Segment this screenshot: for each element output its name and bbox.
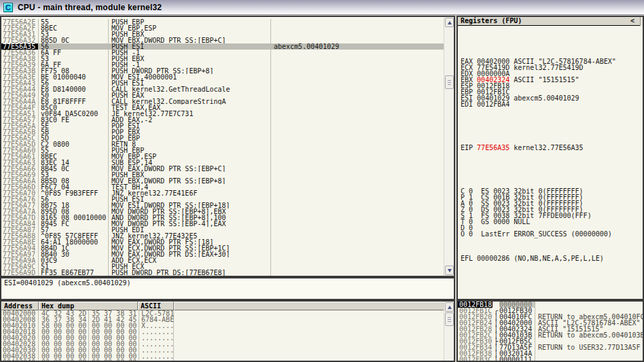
disasm-comment <box>270 117 444 123</box>
disasm-address: 77E56A5C <box>1 135 38 141</box>
disasm-address: 77E56A87 <box>1 227 38 233</box>
disasm-row[interactable]: 77E56A43 56 PUSH ESI <box>1 80 444 86</box>
disasm-row[interactable]: 77E56A57 83C0 FE ADD EAX,-2 <box>1 117 444 123</box>
disasm-row[interactable]: 77E56A2E 55 PUSH EBP <box>1 19 444 25</box>
disasm-row[interactable]: 77E56A87 57 PUSH EDI <box>1 227 444 233</box>
registers-collapse-button[interactable]: < <box>630 17 634 25</box>
stack-comment: RETURN to USER32.77D13A5F <box>535 344 643 350</box>
stack-comment: ASCII "L2C-57816784-ABEX" <box>535 320 643 326</box>
dump-row[interactable]: 00402040 00 00 00 00 00 00 00 00 .......… <box>1 359 444 362</box>
cpu-window-icon[interactable]: C <box>3 3 13 12</box>
registers-pane[interactable]: Registers (FPU) < EAX 00402000 ASCII "L2… <box>457 16 644 300</box>
stack-pane[interactable]: 0012FB18 00000000 0012FB1C ┌ 0012FB30 00… <box>457 300 644 362</box>
disasm-row[interactable]: 77E56A49 50 PUSH EAX <box>1 92 444 98</box>
disasm-row[interactable]: 77E56A7D 8165 08 00010000 AND DWORD PTR … <box>1 215 444 221</box>
disasm-bytes: 50 <box>38 92 108 98</box>
info-pane[interactable]: ESI=00401029 (abexcm5.00401029) <box>0 277 455 300</box>
eip-row[interactable]: EIP 77E56A35 kernel32.77E56A35 <box>461 145 643 151</box>
disasm-row[interactable]: 77E56A39 6A FF PUSH -1 <box>1 62 444 68</box>
hex-dump-pane[interactable]: Address Hex dump ASCII 00402000 4C 32 43… <box>0 300 455 362</box>
disasm-comment <box>270 202 444 209</box>
disasm-row[interactable]: 77E56A61 8BEC MOV EBP,ESP <box>1 153 444 160</box>
disasm-row[interactable]: 77E56A6A 8B5D 08 MOV EBX,DWORD PTR SS:[E… <box>1 178 444 184</box>
disasm-address: 77E56A7A <box>1 209 38 215</box>
disasm-address: 77E56A39 <box>1 62 38 68</box>
disasm-row[interactable]: 77E56A2F 8BEC MOV EBP,ESP <box>1 25 444 31</box>
disasm-row[interactable]: 77E56A31 53 PUSH EBX <box>1 31 444 37</box>
disasm-row[interactable]: 77E56A4F 85C0 TEST EAX,EAX <box>1 105 444 111</box>
stack-row[interactable]: 0012FB3C │ 00000111 <box>458 357 643 362</box>
disasm-row[interactable]: 77E56A8E 64:A1 18000000 MOV EAX,DWORD PT… <box>1 239 444 245</box>
disasm-row[interactable]: 77E56A5A 5E POP ESI <box>1 123 444 129</box>
flag-row[interactable]: O 0 LastErr ERROR_SUCCESS (00000000) <box>461 231 643 237</box>
disasm-row[interactable]: 77E56A9C 51 PUSH ECX <box>1 264 444 270</box>
flag-row[interactable]: T 0 GS 0000 NULL <box>461 219 643 225</box>
disassembly-scrollbar[interactable] <box>444 17 454 276</box>
disasm-row[interactable]: 77E56A69 53 PUSH EBX <box>1 172 444 178</box>
disasm-row[interactable]: 77E56A51 v0F84 DA5C0200 JE kernel32.77E7… <box>1 111 444 117</box>
disasm-row[interactable]: 77E56A35 56 PUSH ESI abexcm5.00401029 <box>1 43 444 50</box>
disasm-bytes: 8B45 0C <box>38 166 108 172</box>
scroll-thumb[interactable] <box>445 312 454 326</box>
disasm-row[interactable]: 77E56A5D C2 0800 RETN 8 <box>1 141 444 147</box>
disasm-row[interactable]: 77E56A36 6A FF PUSH -1 <box>1 50 444 56</box>
title-bar[interactable]: C CPU - main thread, module kernel32 <box>0 0 644 15</box>
gpr-list: EAX 00402000 ASCII "L2C-57816784-ABEX"EC… <box>461 39 643 107</box>
disasm-row[interactable]: 77E56A5C 5D POP EBP <box>1 135 444 141</box>
disasm-row[interactable]: 77E56A44 E8 D8140000 CALL kernel32.GetTh… <box>1 86 444 92</box>
disasm-instruction: MOV EAX,DWORD PTR DS:[EAX+30] <box>108 251 270 257</box>
disasm-bytes: 5E <box>38 123 108 129</box>
efl-row[interactable]: EFL 00000286 (NO,NB,NE,A,S,PE,L,LE) <box>461 255 643 261</box>
registers-header-label: Registers (FPU) <box>461 17 522 25</box>
disasm-row[interactable]: 77E56A3B FF75 08 PUSH DWORD PTR SS:[EBP+… <box>1 68 444 74</box>
disasm-row[interactable]: 77E56A60 55 PUSH EBP <box>1 147 444 153</box>
disasm-comment <box>270 56 444 62</box>
register-value: 77E56A35 <box>477 144 509 151</box>
disasm-row[interactable]: 77E56A84 8945 FC MOV DWORD PTR SS:[EBP-4… <box>1 221 444 227</box>
disasm-comment <box>270 147 444 153</box>
stack-comment <box>535 350 643 357</box>
disasm-row[interactable]: 77E56A3E BE 01000040 MOV ESI,40000001 <box>1 74 444 80</box>
disasm-row[interactable]: 77E56A32 8B5D 0C MOV EBX,DWORD PTR SS:[E… <box>1 37 444 43</box>
disasm-row[interactable]: 77E56A70 ^0F85 F9B3FEFF JNZ kernel32.77E… <box>1 190 444 196</box>
disasm-instruction: PUSH ESI <box>108 80 270 86</box>
disasm-address: 77E56A36 <box>1 50 38 56</box>
disasm-row[interactable]: 77E56A76 56 PUSH ESI <box>1 196 444 202</box>
disasm-comment <box>270 141 444 147</box>
disasm-instruction: CALL kernel32.CompareStringA <box>108 98 270 105</box>
stack-address: 0012FB3C <box>458 357 493 362</box>
disasm-row[interactable]: 77E56A4A E8 81F8FFFF CALL kernel32.Compa… <box>1 98 444 105</box>
disasm-row[interactable]: 77E56A38 53 PUSH EBX <box>1 56 444 62</box>
register-row[interactable]: EDI 0012FBA4 <box>461 101 643 107</box>
window-title: CPU - main thread, module kernel32 <box>18 3 162 12</box>
disasm-comment <box>270 135 444 141</box>
disasm-instruction: POP EBX <box>108 129 270 135</box>
disassembly-pane[interactable]: 77E56A2E 55 PUSH EBP 77E56A2F 8BEC MOV E… <box>0 16 455 277</box>
disasm-instruction: MOV EAX,DWORD PTR SS:[EBP+C] <box>108 166 270 172</box>
scroll-up-button[interactable] <box>445 18 454 27</box>
scroll-thumb[interactable] <box>445 75 454 89</box>
stack-comment: RETURN to abexcm5.0040103B <box>535 332 643 338</box>
eip-list: EIP 77E56A35 kernel32.77E56A35 <box>461 126 643 151</box>
disasm-instruction: PUSH EDI <box>108 227 270 233</box>
disasm-row[interactable]: 77E56A94 8B4D 1C MOV ECX,DWORD PTR SS:[E… <box>1 245 444 251</box>
disasm-row[interactable]: 77E56A9A 03C9 ADD ECX,ECX <box>1 257 444 264</box>
disasm-row[interactable]: 77E56A63 83EC 14 SUB ESP,14 <box>1 160 444 166</box>
disasm-row[interactable]: 77E56A77 8B75 18 MOV ESI,DWORD PTR SS:[E… <box>1 202 444 209</box>
disasm-address: 77E56A5A <box>1 123 38 129</box>
disasm-instruction: JNZ kernel32.77E432E5 <box>108 233 270 239</box>
scroll-down-button[interactable] <box>445 266 454 275</box>
disasm-row[interactable]: 77E56A9D FF35 E867EB77 PUSH DWORD PTR DS… <box>1 270 444 276</box>
stack-comment <box>535 302 643 308</box>
dump-scrollbar[interactable] <box>444 302 454 361</box>
disasm-instruction: PUSH EBX <box>108 56 270 62</box>
disasm-comment <box>270 172 444 178</box>
disasm-row[interactable]: 77E56A5B 5B POP EBX <box>1 129 444 135</box>
disasm-row[interactable]: 77E56A97 8B40 30 MOV EAX,DWORD PTR DS:[E… <box>1 251 444 257</box>
disasm-row[interactable]: 77E56A7A 895D 08 MOV DWORD PTR SS:[EBP+8… <box>1 209 444 215</box>
scroll-up-button[interactable] <box>445 302 454 312</box>
disasm-instruction: PUSH ECX <box>108 264 270 270</box>
disasm-row[interactable]: 77E56A66 8B45 0C MOV EAX,DWORD PTR SS:[E… <box>1 166 444 172</box>
disasm-row[interactable]: 77E56A88 ^0F85 57C8FEFF JNZ kernel32.77E… <box>1 233 444 239</box>
disasm-row[interactable]: 77E56A6D F6C7 04 TEST BH,4 <box>1 184 444 190</box>
